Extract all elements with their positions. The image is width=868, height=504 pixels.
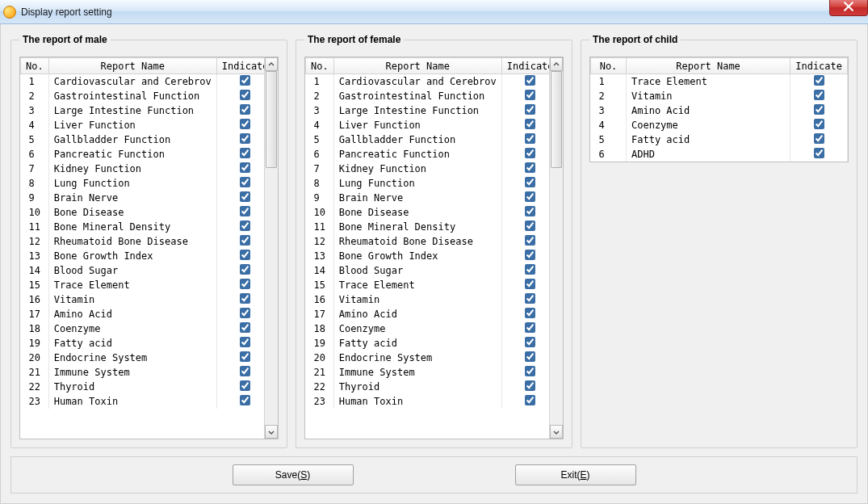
indicate-checkbox[interactable] xyxy=(240,264,250,275)
table-row[interactable]: 14Blood Sugar xyxy=(21,263,265,278)
table-row[interactable]: 11Bone Mineral Density xyxy=(306,220,550,234)
table-row[interactable]: 9Brain Nerve xyxy=(21,191,265,205)
scrollbar-male[interactable] xyxy=(264,57,278,439)
table-row[interactable]: 8Lung Function xyxy=(306,176,550,191)
indicate-checkbox[interactable] xyxy=(525,250,535,260)
indicate-checkbox[interactable] xyxy=(814,104,824,115)
table-row[interactable]: 13Bone Growth Index xyxy=(21,249,265,263)
table-row[interactable]: 16Vitamin xyxy=(21,292,265,307)
indicate-checkbox[interactable] xyxy=(525,90,535,100)
table-row[interactable]: 23Human Toxin xyxy=(306,394,550,409)
save-button[interactable]: Save(S) xyxy=(233,464,354,485)
table-row[interactable]: 4Liver Function xyxy=(21,118,265,132)
indicate-checkbox[interactable] xyxy=(814,119,824,129)
close-button[interactable] xyxy=(829,0,868,16)
table-row[interactable]: 9Brain Nerve xyxy=(306,191,550,205)
indicate-checkbox[interactable] xyxy=(525,148,535,158)
col-no[interactable]: No. xyxy=(306,58,334,74)
indicate-checkbox[interactable] xyxy=(240,250,250,260)
scroll-down-icon[interactable] xyxy=(550,425,563,439)
table-row[interactable]: 17Amino Acid xyxy=(21,307,265,321)
col-indicate[interactable]: Indicate xyxy=(790,58,848,74)
col-indicate[interactable]: Indicate xyxy=(216,58,264,74)
table-row[interactable]: 15Trace Element xyxy=(21,278,265,292)
indicate-checkbox[interactable] xyxy=(525,104,535,115)
indicate-checkbox[interactable] xyxy=(525,308,535,318)
table-row[interactable]: 6ADHD xyxy=(591,147,848,162)
table-row[interactable]: 13Bone Growth Index xyxy=(306,249,550,263)
indicate-checkbox[interactable] xyxy=(525,337,535,347)
table-row[interactable]: 11Bone Mineral Density xyxy=(21,220,265,234)
indicate-checkbox[interactable] xyxy=(240,279,250,289)
table-row[interactable]: 20Endocrine System xyxy=(306,351,550,365)
table-row[interactable]: 3Amino Acid xyxy=(591,103,848,118)
scroll-track[interactable] xyxy=(265,71,278,425)
scrollbar-female[interactable] xyxy=(549,57,563,439)
col-name[interactable]: Report Name xyxy=(627,58,790,74)
scroll-down-icon[interactable] xyxy=(265,425,278,439)
table-row[interactable]: 8Lung Function xyxy=(21,176,265,191)
indicate-checkbox[interactable] xyxy=(240,119,250,129)
indicate-checkbox[interactable] xyxy=(525,133,535,144)
table-row[interactable]: 23Human Toxin xyxy=(21,394,265,409)
table-row[interactable]: 6Pancreatic Function xyxy=(21,147,265,162)
table-row[interactable]: 15Trace Element xyxy=(306,278,550,292)
table-row[interactable]: 5Fatty acid xyxy=(591,132,848,147)
indicate-checkbox[interactable] xyxy=(525,279,535,289)
table-row[interactable]: 5Gallbladder Function xyxy=(21,132,265,147)
indicate-checkbox[interactable] xyxy=(240,90,250,100)
table-row[interactable]: 17Amino Acid xyxy=(306,307,550,321)
table-row[interactable]: 20Endocrine System xyxy=(21,351,265,365)
col-indicate[interactable]: Indicate xyxy=(501,58,549,74)
table-row[interactable]: 2Gastrointestinal Function xyxy=(306,89,550,103)
indicate-checkbox[interactable] xyxy=(525,322,535,333)
indicate-checkbox[interactable] xyxy=(240,75,250,86)
indicate-checkbox[interactable] xyxy=(240,308,250,318)
indicate-checkbox[interactable] xyxy=(525,235,535,246)
table-row[interactable]: 6Pancreatic Function xyxy=(306,147,550,162)
table-row[interactable]: 10Bone Disease xyxy=(306,205,550,220)
indicate-checkbox[interactable] xyxy=(814,75,824,86)
indicate-checkbox[interactable] xyxy=(525,119,535,129)
indicate-checkbox[interactable] xyxy=(525,264,535,275)
indicate-checkbox[interactable] xyxy=(240,104,250,115)
table-row[interactable]: 22Thyroid xyxy=(306,380,550,394)
indicate-checkbox[interactable] xyxy=(240,380,250,391)
table-row[interactable]: 18Coenzyme xyxy=(306,321,550,336)
indicate-checkbox[interactable] xyxy=(240,148,250,158)
indicate-checkbox[interactable] xyxy=(525,351,535,362)
scroll-up-icon[interactable] xyxy=(265,57,278,71)
indicate-checkbox[interactable] xyxy=(525,75,535,86)
table-row[interactable]: 4Liver Function xyxy=(306,118,550,132)
indicate-checkbox[interactable] xyxy=(525,206,535,216)
indicate-checkbox[interactable] xyxy=(240,395,250,405)
table-row[interactable]: 12Rheumatoid Bone Disease xyxy=(21,234,265,249)
indicate-checkbox[interactable] xyxy=(525,395,535,405)
table-row[interactable]: 21Immune System xyxy=(306,365,550,380)
table-row[interactable]: 10Bone Disease xyxy=(21,205,265,220)
table-row[interactable]: 14Blood Sugar xyxy=(306,263,550,278)
indicate-checkbox[interactable] xyxy=(240,220,250,231)
indicate-checkbox[interactable] xyxy=(525,380,535,391)
indicate-checkbox[interactable] xyxy=(525,293,535,304)
table-row[interactable]: 18Coenzyme xyxy=(21,321,265,336)
col-name[interactable]: Report Name xyxy=(48,58,216,74)
table-row[interactable]: 2Gastrointestinal Function xyxy=(21,89,265,103)
table-row[interactable]: 1Cardiovascular and Cerebrov xyxy=(306,74,550,90)
table-row[interactable]: 1Cardiovascular and Cerebrov xyxy=(21,74,265,90)
indicate-checkbox[interactable] xyxy=(240,322,250,333)
table-row[interactable]: 22Thyroid xyxy=(21,380,265,394)
table-row[interactable]: 21Immune System xyxy=(21,365,265,380)
indicate-checkbox[interactable] xyxy=(240,235,250,246)
indicate-checkbox[interactable] xyxy=(240,133,250,144)
indicate-checkbox[interactable] xyxy=(525,220,535,231)
indicate-checkbox[interactable] xyxy=(525,162,535,173)
table-row[interactable]: 7Kidney Function xyxy=(21,162,265,176)
indicate-checkbox[interactable] xyxy=(240,337,250,347)
col-name[interactable]: Report Name xyxy=(333,58,501,74)
indicate-checkbox[interactable] xyxy=(240,177,250,187)
col-no[interactable]: No. xyxy=(591,58,627,74)
indicate-checkbox[interactable] xyxy=(240,162,250,173)
scroll-thumb[interactable] xyxy=(551,71,562,168)
table-row[interactable]: 19Fatty acid xyxy=(306,336,550,351)
